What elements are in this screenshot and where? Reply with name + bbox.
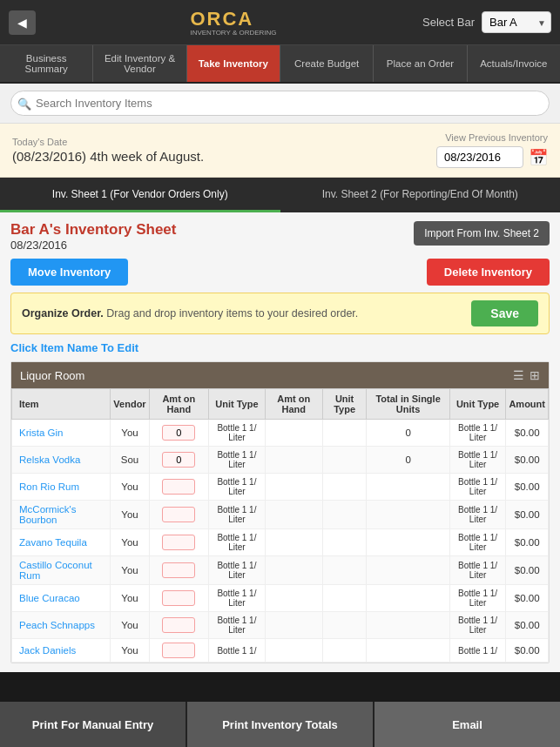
cell-unit1: Bottle 1 1/ Liter xyxy=(209,556,266,585)
qty-input-1[interactable] xyxy=(162,479,195,495)
cell-unit1: Bottle 1 1/ Liter xyxy=(209,585,266,612)
col-amt-hand-1: Amt on Hand xyxy=(149,389,208,420)
delete-inventory-button[interactable]: Delete Inventory xyxy=(427,259,550,286)
print-totals-button[interactable]: Print Inventory Totals xyxy=(187,702,374,747)
sheet-tab-1[interactable]: Inv. Sheet 1 (For Vendor Orders Only) xyxy=(0,178,280,212)
tab-actuals-invoice[interactable]: Actuals/Invoice xyxy=(468,45,560,82)
cell-amt1[interactable] xyxy=(149,420,208,447)
cell-amt2[interactable] xyxy=(265,420,322,447)
cell-amt1[interactable] xyxy=(149,585,208,612)
inv-sheet-title-group: Bar A's Inventory Sheet 08/23/2016 xyxy=(10,221,176,252)
cell-unit2 xyxy=(322,474,367,501)
inv-sheet-date: 08/23/2016 xyxy=(10,239,176,252)
cell-unit3: Bottle 1 1/ Liter xyxy=(449,447,506,474)
cell-amt1[interactable] xyxy=(149,474,208,501)
prev-inv-date-input[interactable] xyxy=(436,146,523,168)
logo-text: ORCA xyxy=(190,8,276,30)
organize-bold: Organize Order. xyxy=(22,307,104,320)
back-button[interactable]: ◀ xyxy=(9,10,36,35)
cell-item-name[interactable]: McCormick's Bourbon xyxy=(12,501,111,529)
cell-total xyxy=(367,612,449,639)
cell-item-name[interactable]: Ron Rio Rum xyxy=(12,474,111,501)
organize-banner: Organize Order. Drag and drop inventory … xyxy=(10,293,550,334)
cell-unit3: Bottle 1 1/ Liter xyxy=(449,529,506,556)
qty-input-1[interactable] xyxy=(162,507,195,522)
cell-amt2[interactable] xyxy=(265,474,322,501)
qty-input-1[interactable] xyxy=(162,562,195,578)
cell-item-name[interactable]: Blue Curacao xyxy=(12,585,111,612)
qty-input-1[interactable] xyxy=(162,452,195,468)
table-row: Relska Vodka Sou Bottle 1 1/ Liter 0 Bot… xyxy=(12,447,549,474)
cell-unit3: Bottle 1 1/ Liter xyxy=(449,501,506,529)
cell-item-name[interactable]: Jack Daniels xyxy=(12,639,111,663)
import-inv-sheet-2-button[interactable]: Import From Inv. Sheet 2 xyxy=(414,221,550,246)
cell-amt1[interactable] xyxy=(149,612,208,639)
move-inventory-button[interactable]: Move Inventory xyxy=(10,259,128,286)
cell-amt2[interactable] xyxy=(265,447,322,474)
date-info: Today's Date (08/23/2016) 4th week of Au… xyxy=(12,137,204,164)
tab-take-inventory[interactable]: Take Inventory xyxy=(187,45,280,82)
cell-unit3: Bottle 1 1/ Liter xyxy=(449,556,506,585)
cell-item-name[interactable]: Peach Schnapps xyxy=(12,612,111,639)
tab-create-budget[interactable]: Create Budget xyxy=(280,45,374,82)
table-row: McCormick's Bourbon You Bottle 1 1/ Lite… xyxy=(12,501,549,529)
inventory-table: Item Vendor Amt on Hand Unit Type Amt on… xyxy=(11,388,549,663)
cell-item-name[interactable]: Castillo Coconut Rum xyxy=(12,556,111,585)
cell-vendor: You xyxy=(111,501,149,529)
grid-view-icon[interactable]: ⊞ xyxy=(530,368,540,382)
cell-total xyxy=(367,501,449,529)
save-button[interactable]: Save xyxy=(471,300,538,326)
tab-place-order[interactable]: Place an Order xyxy=(374,45,467,82)
content-scroll: Bar A's Inventory Sheet 08/23/2016 Impor… xyxy=(0,212,560,709)
tab-business-summary[interactable]: Business Summary xyxy=(0,45,93,82)
qty-input-1[interactable] xyxy=(162,643,195,658)
cell-amount: $0.00 xyxy=(506,474,549,501)
cell-amount: $0.00 xyxy=(506,501,549,529)
col-vendor: Vendor xyxy=(111,389,149,420)
prev-inv-input-wrap: 📅 xyxy=(436,146,548,168)
list-view-icon[interactable]: ☰ xyxy=(513,368,524,382)
cell-item-name[interactable]: Zavano Tequila xyxy=(12,529,111,556)
cell-amt2[interactable] xyxy=(265,501,322,529)
qty-input-1[interactable] xyxy=(162,425,195,441)
search-input[interactable] xyxy=(10,91,550,116)
bar-select[interactable]: Bar A Bar B xyxy=(482,11,551,33)
cell-unit1: Bottle 1 1/ xyxy=(209,639,266,663)
cell-amt1[interactable] xyxy=(149,529,208,556)
qty-input-1[interactable] xyxy=(162,617,195,633)
cell-amount: $0.00 xyxy=(506,556,549,585)
organize-text: Organize Order. Drag and drop inventory … xyxy=(22,307,358,320)
inv-sheet-header: Bar A's Inventory Sheet 08/23/2016 Impor… xyxy=(10,221,550,252)
cell-amt2[interactable] xyxy=(265,585,322,612)
cell-amt2[interactable] xyxy=(265,556,322,585)
cell-item-name[interactable]: Relska Vodka xyxy=(12,447,111,474)
cell-total xyxy=(367,639,449,663)
cell-unit1: Bottle 1 1/ Liter xyxy=(209,420,266,447)
cell-amt1[interactable] xyxy=(149,447,208,474)
sheet-tab-2[interactable]: Inv. Sheet 2 (For Reporting/End Of Month… xyxy=(280,178,561,212)
prev-inv-area: View Previous Inventory 📅 xyxy=(436,132,548,168)
table-row: Castillo Coconut Rum You Bottle 1 1/ Lit… xyxy=(12,556,549,585)
cell-item-name[interactable]: Krista Gin xyxy=(12,420,111,447)
cell-amt1[interactable] xyxy=(149,501,208,529)
qty-input-1[interactable] xyxy=(162,590,195,606)
calendar-icon[interactable]: 📅 xyxy=(529,148,548,167)
email-button[interactable]: Email xyxy=(374,702,560,747)
cell-unit3: Bottle 1 1/ Liter xyxy=(449,585,506,612)
cell-amt2[interactable] xyxy=(265,529,322,556)
cell-amount: $0.00 xyxy=(506,639,549,663)
bar-select-wrapper[interactable]: Bar A Bar B xyxy=(482,11,551,33)
qty-input-1[interactable] xyxy=(162,535,195,550)
print-manual-button[interactable]: Print For Manual Entry xyxy=(0,702,187,747)
tab-edit-inventory[interactable]: Edit Inventory & Vendor xyxy=(93,45,186,82)
cell-amt1[interactable] xyxy=(149,556,208,585)
action-buttons: Move Inventory Delete Inventory xyxy=(10,259,550,286)
col-unit-type-3: Unit Type xyxy=(449,389,506,420)
cell-amt2[interactable] xyxy=(265,639,322,663)
cell-amt2[interactable] xyxy=(265,612,322,639)
cell-total xyxy=(367,556,449,585)
cell-amt1[interactable] xyxy=(149,639,208,663)
date-section: Today's Date (08/23/2016) 4th week of Au… xyxy=(0,124,560,178)
date-value: (08/23/2016) 4th week of August. xyxy=(12,149,204,164)
cell-vendor: You xyxy=(111,612,149,639)
